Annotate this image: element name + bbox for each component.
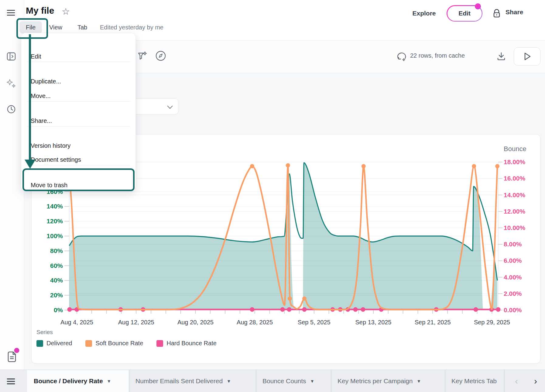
tab-divider [129, 370, 129, 392]
tab-label: Number Emails Sent Delivered [135, 377, 223, 385]
tab-bounce-delivery-rate[interactable]: Bounce / Delivery Rate▾ [27, 370, 129, 392]
tab-divider [331, 370, 331, 392]
tabs-scroll-right[interactable]: › [534, 370, 537, 392]
tab-bounce-counts[interactable]: Bounce Counts▾ [256, 370, 331, 392]
document-notification-dot [14, 348, 19, 353]
run-button[interactable] [514, 47, 540, 66]
lock-icon [493, 9, 501, 18]
chevron-down-icon: ▾ [108, 378, 111, 384]
tab-label: Bounce Counts [262, 377, 306, 385]
menu-item-move[interactable]: Move... [31, 89, 128, 103]
edited-status: Edited yesterday by me [100, 21, 163, 33]
legend-swatch [156, 340, 163, 347]
tabs-scroll-left[interactable]: ‹ [515, 370, 518, 392]
legend-item-hard-bounce-rate[interactable]: Hard Bounce Rate [156, 340, 217, 347]
menu-item-edit[interactable]: Edit [31, 50, 128, 63]
panel-toggle-icon[interactable] [6, 52, 16, 61]
edit-notification-dot [475, 3, 481, 9]
legend-swatch [36, 340, 43, 347]
cache-refresh-icon[interactable] [397, 51, 407, 62]
tabs-menu-icon[interactable] [7, 378, 15, 385]
favorite-star-icon[interactable]: ☆ [62, 6, 70, 17]
menu-item-document-settings[interactable]: Document settings [31, 153, 128, 166]
chevron-down-icon: ▾ [417, 378, 420, 384]
legend-label: Hard Bounce Rate [166, 340, 217, 347]
filter-icon[interactable] [137, 51, 148, 62]
document-status-icon[interactable] [6, 348, 20, 363]
menubar-tab[interactable]: Tab [77, 21, 87, 33]
main-menu-icon[interactable] [7, 9, 15, 16]
tab-divider [256, 370, 256, 392]
compass-icon[interactable] [155, 50, 166, 62]
legend-item-soft-bounce-rate[interactable]: Soft Bounce Rate [85, 340, 143, 347]
legend-label: Delivered [46, 340, 72, 347]
legend-title: Series [36, 329, 53, 336]
explore-button[interactable]: Explore [409, 8, 439, 18]
menu-divider [27, 126, 130, 127]
bottom-tab-bar: Bounce / Delivery Rate▾Number Emails Sen… [0, 370, 545, 392]
tab-label: Key Metrics per Campaign [338, 377, 413, 385]
magic-sparkles-icon[interactable] [5, 78, 16, 89]
share-button[interactable]: Share [506, 8, 523, 16]
tab-key-metrics-tab[interactable]: Key Metrics Tab [445, 370, 504, 392]
chart-legend: DeliveredSoft Bounce RateHard Bounce Rat… [36, 340, 217, 347]
menu-divider [27, 62, 130, 62]
chevron-down-icon [167, 103, 173, 109]
rows-status: 22 rows, from cache [410, 52, 465, 59]
history-clock-icon[interactable] [7, 105, 16, 114]
menu-item-move-to-trash[interactable]: Move to trash [31, 178, 128, 192]
chevron-down-icon: ▾ [228, 378, 230, 384]
play-icon [523, 52, 531, 61]
tab-number-emails-sent-delivered[interactable]: Number Emails Sent Delivered▾ [129, 370, 256, 392]
app-root: My file ☆ File View Tab Edited yesterday… [0, 0, 545, 392]
tab-divider [504, 370, 505, 392]
tab-key-metrics-per-campaign[interactable]: Key Metrics per Campaign▾ [331, 370, 445, 392]
page-title: My file [26, 5, 54, 16]
menu-item-version-history[interactable]: Version history [31, 139, 128, 152]
tab-divider [445, 370, 445, 392]
menubar-file[interactable]: File [19, 21, 42, 33]
legend-label: Soft Bounce Rate [95, 340, 143, 347]
menubar-view[interactable]: View [49, 21, 62, 33]
menu-item-share[interactable]: Share... [31, 114, 128, 127]
menu-item-duplicate[interactable]: Duplicate... [31, 75, 128, 88]
legend-item-delivered[interactable]: Delivered [36, 340, 72, 347]
tab-label: Bounce / Delivery Rate [34, 377, 103, 385]
tab-label: Key Metrics Tab [451, 377, 497, 385]
menu-divider [27, 101, 130, 102]
legend-swatch [85, 340, 92, 347]
chevron-down-icon: ▾ [311, 378, 314, 384]
download-icon[interactable] [496, 52, 506, 61]
file-menu-dropdown: EditDuplicate...Move...Share...Version h… [21, 33, 136, 190]
menu-divider [27, 165, 130, 165]
